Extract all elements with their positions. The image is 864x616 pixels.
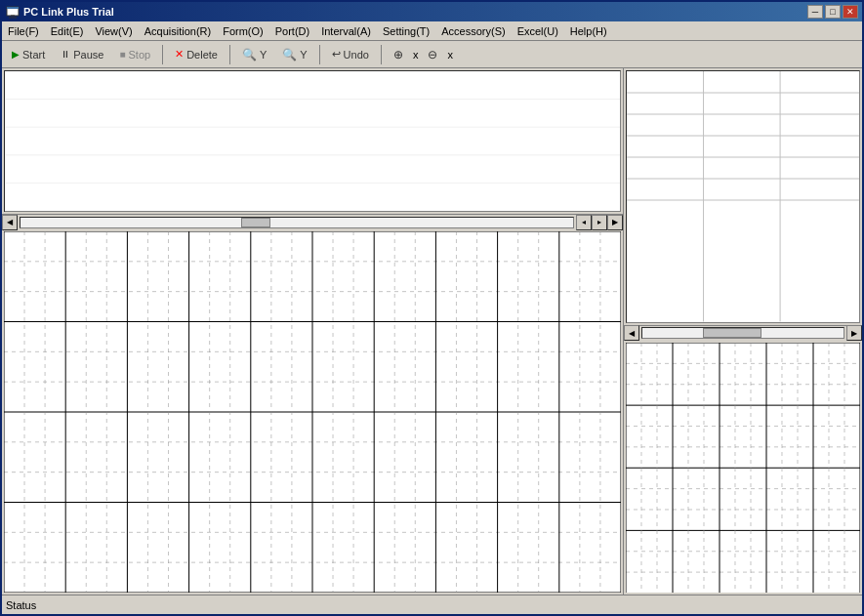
scroll-left-btn[interactable]: ◀ — [2, 215, 18, 230]
zoom-out-x-icon: ⊖ — [428, 48, 437, 62]
delete-button[interactable]: ✕ Delete — [169, 46, 224, 62]
delete-icon: ✕ — [175, 48, 184, 61]
menu-excel[interactable]: Excel(U) — [512, 23, 564, 39]
pause-label: Pause — [73, 49, 103, 61]
scroll-right-btn[interactable]: ▶ — [607, 215, 623, 230]
right-scroll-track[interactable] — [641, 327, 844, 339]
separator-3 — [319, 45, 320, 64]
scroll-page-left-btn[interactable]: ◂ — [576, 215, 592, 230]
menu-bar: File(F) Edit(E) View(V) Acquisition(R) F… — [2, 21, 862, 41]
main-grid-area — [4, 231, 621, 593]
title-bar-buttons: ─ □ ✕ — [807, 5, 858, 19]
minimize-button[interactable]: ─ — [807, 5, 823, 19]
undo-label: Undo — [344, 49, 369, 61]
zoom-in-y-label: Y — [260, 49, 267, 61]
zoom-in-x-icon: ⊕ — [393, 48, 403, 62]
left-panel: ◀ ◂ ▸ ▶ — [2, 68, 623, 595]
scroll-thumb[interactable] — [241, 218, 270, 227]
right-scroll-left-btn[interactable]: ◀ — [624, 325, 639, 341]
start-button[interactable]: ▶ Start — [6, 47, 51, 62]
main-content: ◀ ◂ ▸ ▶ — [2, 68, 862, 595]
title-bar: PC Link Plus Trial ─ □ ✕ — [2, 2, 862, 21]
menu-form[interactable]: Form(O) — [217, 23, 269, 39]
svg-rect-4 — [5, 71, 620, 211]
app-icon — [6, 5, 20, 19]
menu-port[interactable]: Port(D) — [269, 23, 315, 39]
title-bar-left: PC Link Plus Trial — [6, 5, 114, 19]
scroll-page-right-btn[interactable]: ▸ — [592, 215, 607, 230]
menu-edit[interactable]: Edit(E) — [45, 23, 90, 39]
zoom-in-y-icon: 🔍 — [242, 48, 257, 62]
stop-label: Stop — [128, 49, 150, 61]
close-button[interactable]: ✕ — [843, 5, 858, 19]
pause-icon: ⏸ — [61, 49, 70, 60]
menu-acquisition[interactable]: Acquisition(R) — [139, 23, 217, 39]
zoom-out-x-value: x — [447, 49, 453, 61]
menu-accessory[interactable]: Accessory(S) — [435, 23, 511, 39]
pause-button[interactable]: ⏸ Pause — [55, 47, 109, 62]
toolbar: ▶ Start ⏸ Pause ■ Stop ✕ Delete 🔍 Y 🔍 Y … — [2, 41, 862, 68]
stop-icon: ■ — [119, 49, 125, 60]
menu-view[interactable]: View(V) — [89, 23, 138, 39]
main-grid-svg — [4, 231, 621, 593]
right-table-svg — [627, 71, 859, 322]
title-text: PC Link Plus Trial — [23, 6, 114, 18]
play-icon: ▶ — [12, 49, 20, 60]
zoom-in-y-button[interactable]: 🔍 Y — [236, 46, 272, 63]
delete-label: Delete — [186, 49, 218, 61]
main-window: PC Link Plus Trial ─ □ ✕ File(F) Edit(E)… — [0, 0, 864, 616]
separator-4 — [381, 45, 382, 64]
menu-help[interactable]: Help(H) — [564, 23, 613, 39]
separator-1 — [162, 45, 163, 64]
zoom-out-y-label: Y — [300, 49, 307, 61]
undo-icon: ↩ — [332, 48, 341, 61]
zoom-out-y-button[interactable]: 🔍 Y — [276, 46, 312, 63]
menu-file[interactable]: File(F) — [2, 23, 45, 39]
zoom-in-x-button[interactable]: ⊕ — [388, 46, 409, 63]
scroll-track[interactable] — [20, 217, 574, 228]
status-text: Status — [6, 599, 36, 611]
maximize-button[interactable]: □ — [825, 5, 841, 19]
right-table-area — [626, 70, 860, 323]
right-panel: ◀ ▶ — [623, 68, 862, 595]
menu-setting[interactable]: Setting(T) — [377, 23, 435, 39]
right-h-scrollbar: ◀ ▶ — [624, 325, 862, 341]
separator-2 — [229, 45, 230, 64]
menu-interval[interactable]: Interval(A) — [315, 23, 377, 39]
right-grid-svg — [626, 343, 860, 594]
right-scroll-thumb[interactable] — [703, 328, 761, 338]
start-label: Start — [22, 49, 45, 61]
undo-button[interactable]: ↩ Undo — [326, 46, 375, 62]
status-bar: Status — [2, 595, 862, 614]
right-grid-area — [626, 343, 860, 594]
chart-svg — [5, 71, 620, 211]
chart-area — [4, 70, 621, 212]
h-scrollbar: ◀ ◂ ▸ ▶ — [2, 214, 623, 229]
right-scroll-right-btn[interactable]: ▶ — [846, 325, 862, 341]
zoom-out-y-icon: 🔍 — [282, 48, 297, 62]
zoom-in-x-value: x — [413, 49, 419, 61]
svg-rect-54 — [627, 71, 859, 322]
stop-button[interactable]: ■ Stop — [113, 47, 156, 62]
zoom-out-x-button[interactable]: ⊖ — [422, 46, 443, 63]
svg-rect-1 — [7, 7, 19, 9]
